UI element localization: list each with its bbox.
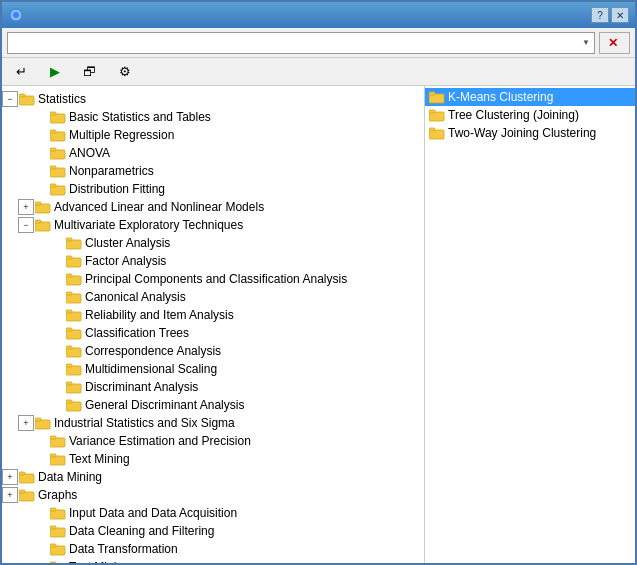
tree-item-multivariate[interactable]: − Multivariate Exploratory Techniques [2, 216, 424, 234]
left-panel[interactable]: − Statistics Basic Statistics and Tables… [2, 86, 425, 563]
folder-icon-multivariate [35, 218, 51, 232]
close-window-button[interactable]: ✕ [611, 7, 629, 23]
tree-item-correspondence[interactable]: Correspondence Analysis [2, 342, 424, 360]
insert-icon: ↵ [16, 64, 27, 79]
tree-label-reliability: Reliability and Item Analysis [85, 308, 234, 322]
svg-rect-11 [50, 166, 56, 169]
tree-item-industrial[interactable]: + Industrial Statistics and Six Sigma [2, 414, 424, 432]
tree-label-cluster-analysis: Cluster Analysis [85, 236, 170, 250]
tree-label-basic-stats: Basic Statistics and Tables [69, 110, 211, 124]
svg-rect-53 [50, 544, 56, 547]
folder-icon-cluster-analysis [66, 236, 82, 250]
tree-label-nonparametrics: Nonparametrics [69, 164, 154, 178]
expand-icon-statistics[interactable]: − [2, 91, 18, 107]
folder-icon-class-trees [66, 326, 82, 340]
tree-label-principal: Principal Components and Classification … [85, 272, 347, 286]
main-content: − Statistics Basic Statistics and Tables… [2, 86, 635, 563]
help-button[interactable]: ? [591, 7, 609, 23]
tree-item-data-transform[interactable]: Data Transformation [2, 540, 424, 558]
tree-item-factor-analysis[interactable]: Factor Analysis [2, 252, 424, 270]
tree-item-discriminant[interactable]: Discriminant Analysis [2, 378, 424, 396]
tree-item-gen-discriminant[interactable]: General Discriminant Analysis [2, 396, 424, 414]
tree-item-distribution-fitting[interactable]: Distribution Fitting [2, 180, 424, 198]
tree-item-data-mining[interactable]: + Data Mining [2, 468, 424, 486]
tree-item-multidimensional[interactable]: Multidimensional Scaling [2, 360, 424, 378]
tree-label-distribution-fitting: Distribution Fitting [69, 182, 165, 196]
svg-rect-3 [19, 94, 25, 97]
toolbar-row2: ↵ ▶ 🗗 ⚙ [2, 58, 635, 86]
folder-icon-variance [50, 434, 66, 448]
tree-label-graphs: Graphs [38, 488, 77, 502]
folder-icon-multiple-regression [50, 128, 66, 142]
tree-item-canonical[interactable]: Canonical Analysis [2, 288, 424, 306]
new-browser-button[interactable]: 🗗 [74, 61, 108, 83]
window-icon [8, 7, 24, 23]
right-label-k-means: K-Means Clustering [448, 90, 553, 104]
svg-rect-67 [429, 128, 435, 131]
run-button[interactable]: ▶ [41, 61, 72, 83]
right-label-two-way: Two-Way Joining Clustering [448, 126, 596, 140]
expand-icon-advanced-linear[interactable]: + [18, 199, 34, 215]
svg-rect-27 [66, 310, 72, 313]
tree-item-basic-stats[interactable]: Basic Statistics and Tables [2, 108, 424, 126]
folder-icon-factor-analysis [66, 254, 82, 268]
expand-icon-data-mining[interactable]: + [2, 469, 18, 485]
tree-label-input-data: Input Data and Data Acquisition [69, 506, 237, 520]
right-item-k-means[interactable]: K-Means Clustering [425, 88, 635, 106]
tree-label-class-trees: Classification Trees [85, 326, 189, 340]
title-bar: ? ✕ [2, 2, 635, 28]
right-item-two-way[interactable]: Two-Way Joining Clustering [425, 124, 635, 142]
tree-item-statistics[interactable]: − Statistics [2, 90, 424, 108]
tree-item-principal[interactable]: Principal Components and Classification … [2, 270, 424, 288]
svg-rect-13 [50, 184, 56, 187]
tree-item-class-trees[interactable]: Classification Trees [2, 324, 424, 342]
expand-icon-multivariate[interactable]: − [18, 217, 34, 233]
tree-label-discriminant: Discriminant Analysis [85, 380, 198, 394]
tree-item-nonparametrics[interactable]: Nonparametrics [2, 162, 424, 180]
svg-rect-15 [35, 202, 41, 205]
tree-item-input-data[interactable]: Input Data and Data Acquisition [2, 504, 424, 522]
svg-point-1 [13, 12, 19, 18]
folder-icon-discriminant [66, 380, 82, 394]
folder-icon-anova [50, 146, 66, 160]
tree-label-variance: Variance Estimation and Precision [69, 434, 251, 448]
folder-icon-data-transform [50, 542, 66, 556]
svg-rect-49 [50, 508, 56, 511]
right-panel: K-Means Clustering Tree Clustering (Join… [425, 86, 635, 563]
tree-label-data-mining: Data Mining [38, 470, 102, 484]
expand-icon-industrial[interactable]: + [18, 415, 34, 431]
folder-icon-statistics [19, 92, 35, 106]
tree-item-data-cleaning[interactable]: Data Cleaning and Filtering [2, 522, 424, 540]
tree-label-text-mining1: Text Mining [69, 452, 130, 466]
expand-icon-graphs[interactable]: + [2, 487, 18, 503]
folder-icon-text-mining1 [50, 452, 66, 466]
tree-item-advanced-linear[interactable]: + Advanced Linear and Nonlinear Models [2, 198, 424, 216]
folder-icon-text-mining2 [50, 560, 66, 563]
options-button[interactable]: ⚙ [110, 61, 143, 83]
right-item-tree-clustering[interactable]: Tree Clustering (Joining) [425, 106, 635, 124]
tree-item-text-mining1[interactable]: Text Mining [2, 450, 424, 468]
tree-item-text-mining2[interactable]: Text Mining [2, 558, 424, 563]
toolbar-row1: ▼ ✕ [2, 28, 635, 58]
tree-label-multivariate: Multivariate Exploratory Techniques [54, 218, 243, 232]
procedures-dropdown[interactable]: ▼ [7, 32, 595, 54]
tree-item-multiple-regression[interactable]: Multiple Regression [2, 126, 424, 144]
folder-icon-canonical [66, 290, 82, 304]
tree-item-graphs[interactable]: + Graphs [2, 486, 424, 504]
procedure-icon-two-way [429, 126, 445, 140]
folder-icon-distribution-fitting [50, 182, 66, 196]
svg-rect-29 [66, 328, 72, 331]
svg-rect-65 [429, 110, 435, 113]
tree-item-cluster-analysis[interactable]: Cluster Analysis [2, 234, 424, 252]
svg-rect-45 [19, 472, 25, 475]
insert-button[interactable]: ↵ [7, 61, 39, 83]
tree-item-reliability[interactable]: Reliability and Item Analysis [2, 306, 424, 324]
right-label-tree-clustering: Tree Clustering (Joining) [448, 108, 579, 122]
folder-icon-industrial [35, 416, 51, 430]
close-button[interactable]: ✕ [599, 32, 630, 54]
tree-label-canonical: Canonical Analysis [85, 290, 186, 304]
svg-rect-25 [66, 292, 72, 295]
svg-rect-5 [50, 112, 56, 115]
tree-item-variance[interactable]: Variance Estimation and Precision [2, 432, 424, 450]
tree-item-anova[interactable]: ANOVA [2, 144, 424, 162]
